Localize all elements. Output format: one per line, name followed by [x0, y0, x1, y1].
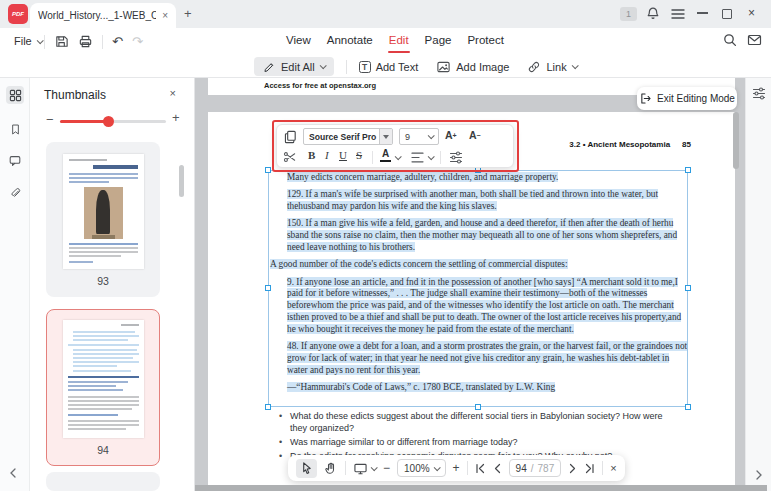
menu-annotate[interactable]: Annotate — [327, 34, 373, 46]
selection-handle[interactable] — [265, 167, 271, 173]
window-close-button[interactable]: × — [748, 6, 755, 20]
notifications-bell-icon[interactable] — [645, 6, 661, 22]
dropdown-arrow-icon[interactable] — [379, 129, 392, 144]
menu-page[interactable]: Page — [425, 34, 452, 46]
chevron-down-icon[interactable] — [395, 153, 402, 160]
page-number-input[interactable]: 94 / 787 — [509, 459, 562, 477]
new-tab-button[interactable]: + — [184, 6, 192, 21]
bookmarks-panel-icon[interactable] — [6, 120, 24, 138]
decrease-font-button[interactable]: A− — [469, 129, 481, 141]
increase-font-button[interactable]: A+ — [445, 129, 457, 141]
thumbnail-page-93[interactable]: 93 — [46, 142, 160, 297]
page-separator: / — [531, 463, 534, 474]
thumbnail-zoom-out-button[interactable]: − — [46, 112, 54, 127]
save-button[interactable] — [54, 34, 69, 49]
zoom-in-button[interactable]: + — [453, 462, 460, 474]
thumbnail-zoom-in-button[interactable]: + — [172, 110, 180, 125]
underline-button[interactable]: U — [339, 149, 347, 161]
thumbnail-page-95[interactable] — [46, 472, 160, 491]
menubar: File ↶ ↷ View Annotate Edit Page Protect — [0, 28, 771, 55]
collapse-panel-icon[interactable] — [9, 468, 17, 478]
zoom-level-select[interactable]: 100% — [397, 459, 446, 477]
chevron-down-icon — [371, 464, 378, 471]
horizontal-scrollbar[interactable] — [195, 485, 767, 491]
panel-close-icon[interactable]: × — [170, 87, 176, 99]
app-logo-icon: PDF — [8, 4, 28, 24]
tab-close-icon[interactable]: × — [162, 10, 168, 21]
menu-protect[interactable]: Protect — [467, 34, 503, 46]
zoom-out-button[interactable]: − — [383, 462, 390, 474]
thumbnails-panel-icon[interactable] — [6, 86, 24, 104]
attachments-panel-icon[interactable] — [6, 184, 24, 202]
selection-handle[interactable] — [265, 404, 271, 410]
document-tab[interactable]: World_History..._1-WEB_Copy * × — [30, 3, 176, 28]
cut-icon[interactable] — [283, 150, 297, 164]
vertical-scrollbar[interactable] — [733, 112, 739, 169]
account-badge[interactable]: 1 — [620, 7, 637, 21]
divider — [346, 60, 347, 74]
divider — [345, 461, 346, 475]
selection-handle[interactable] — [685, 404, 691, 410]
first-page-button[interactable] — [475, 463, 486, 474]
edit-all-button[interactable]: Edit All — [254, 57, 334, 76]
chevron-down-icon[interactable] — [428, 153, 435, 160]
link-button[interactable]: Link — [527, 60, 576, 74]
font-size-select[interactable]: 9 — [399, 128, 439, 145]
exit-editing-mode-button[interactable]: Exit Editing Mode — [637, 87, 737, 110]
strikethrough-button[interactable]: S — [356, 149, 362, 161]
titlebar: PDF World_History..._1-WEB_Copy * × + 1 … — [0, 0, 771, 28]
app-menu-icon[interactable] — [671, 8, 687, 24]
font-family-select[interactable]: Source Serif Pro — [303, 128, 393, 145]
search-icon[interactable] — [722, 32, 738, 48]
properties-panel-icon[interactable] — [752, 87, 766, 100]
panel-scrollbar[interactable] — [179, 165, 184, 197]
bold-button[interactable]: B — [308, 149, 315, 161]
list-item: What do these edicts suggest about the d… — [278, 410, 682, 434]
previous-page-button[interactable] — [493, 463, 502, 474]
hand-tool-button[interactable] — [324, 461, 338, 475]
add-image-label: Add Image — [456, 61, 509, 73]
hand-icon — [324, 461, 338, 475]
selection-handle[interactable] — [685, 285, 691, 291]
select-tool-button[interactable] — [296, 459, 317, 478]
view-mode-button[interactable] — [353, 462, 376, 475]
font-color-button[interactable]: A — [380, 149, 391, 162]
selection-handle[interactable] — [685, 167, 691, 173]
menu-view[interactable]: View — [286, 34, 311, 46]
bottom-toolbar: − 100% + 94 / 787 × — [288, 455, 625, 481]
last-page-icon — [584, 463, 595, 474]
expand-panel-icon[interactable] — [755, 470, 763, 480]
running-header: 3.2 • Ancient Mesopotamia 85 — [569, 140, 691, 149]
thumbnail-size-slider[interactable] — [60, 120, 166, 123]
chevron-down-icon — [571, 62, 578, 69]
close-toolbar-button[interactable]: × — [610, 462, 616, 474]
add-text-button[interactable]: T Add Text — [359, 61, 419, 73]
undo-button[interactable]: ↶ — [112, 35, 123, 48]
character-spacing-icon[interactable] — [449, 151, 463, 164]
add-image-button[interactable]: Add Image — [436, 60, 509, 74]
alignment-button[interactable] — [411, 152, 424, 163]
zoom-level-value: 100% — [404, 463, 430, 474]
link-icon — [527, 60, 541, 74]
copy-icon[interactable] — [283, 129, 298, 145]
selection-handle[interactable] — [265, 285, 271, 291]
selection-handle[interactable] — [475, 404, 481, 410]
text-selection-box[interactable] — [268, 170, 688, 407]
section-title: 3.2 • Ancient Mesopotamia — [569, 140, 670, 149]
last-page-button[interactable] — [584, 463, 595, 474]
italic-button[interactable]: I — [325, 149, 329, 161]
comments-panel-icon[interactable] — [6, 152, 24, 170]
thumbnail-page-94[interactable]: 94 — [46, 309, 160, 466]
print-button[interactable] — [78, 34, 93, 49]
window-maximize-button[interactable] — [722, 9, 732, 19]
file-menu[interactable]: File — [14, 35, 42, 47]
window-minimize-button[interactable] — [697, 12, 708, 14]
mail-icon[interactable] — [746, 32, 763, 48]
menu-edit[interactable]: Edit — [389, 34, 409, 46]
next-page-button[interactable] — [568, 463, 577, 474]
divider — [440, 151, 441, 164]
slider-knob[interactable] — [103, 116, 114, 127]
redo-button[interactable]: ↷ — [132, 35, 143, 48]
exit-editing-mode-label: Exit Editing Mode — [657, 93, 735, 104]
font-family-value: Source Serif Pro — [304, 132, 379, 142]
